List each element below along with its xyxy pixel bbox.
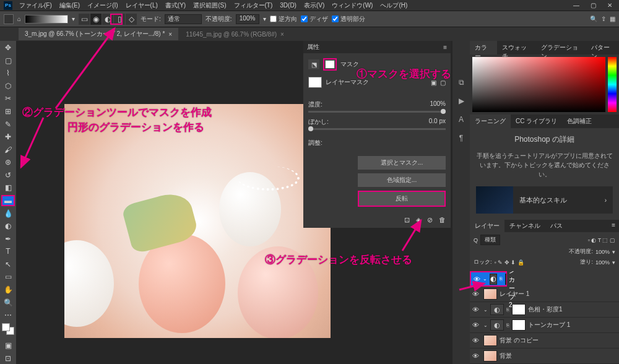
fill-value[interactable]: 100%: [595, 259, 610, 266]
pixelmask-icon[interactable]: ▣: [431, 79, 436, 86]
layer-name[interactable]: トーンカーブ 1: [528, 321, 570, 329]
tab-gradients[interactable]: グラデーション: [536, 41, 586, 54]
hue-slider[interactable]: [608, 57, 617, 112]
opacity-dropdown-icon[interactable]: ▾: [263, 15, 266, 22]
close-button[interactable]: ✕: [604, 1, 615, 10]
maximize-button[interactable]: ▢: [587, 1, 599, 10]
vectormask-icon[interactable]: ▢: [440, 79, 446, 86]
dither-checkbox[interactable]: [301, 15, 308, 22]
pen-tool[interactable]: ✒: [1, 233, 15, 245]
load-selection-icon[interactable]: ⊡: [404, 216, 410, 224]
tab-paths[interactable]: パス: [545, 220, 568, 232]
visibility-icon[interactable]: 👁: [472, 321, 481, 329]
document-canvas[interactable]: [64, 104, 331, 338]
feather-value[interactable]: 0.0 px: [429, 118, 446, 126]
stamp-tool[interactable]: ⊛: [1, 157, 15, 168]
diamond-gradient-icon[interactable]: ◇: [126, 14, 137, 25]
blur-tool[interactable]: 💧: [1, 207, 15, 219]
layer-name[interactable]: 色相・彩度1: [528, 305, 563, 314]
feather-slider[interactable]: [308, 128, 446, 130]
kind-select[interactable]: 種類: [480, 235, 500, 245]
document-tab-2[interactable]: 11645_m.jpg @ 66.7% (RGB/8#) ×: [180, 29, 290, 40]
close-tab-icon[interactable]: ×: [168, 31, 172, 38]
density-value[interactable]: 100%: [430, 100, 446, 109]
lock-icons[interactable]: ▫ ✎ ✥ ⬇ 🔒: [495, 259, 524, 266]
workspace-icon[interactable]: ▦: [610, 15, 615, 22]
select-mask-button[interactable]: 選択とマスク...: [358, 156, 446, 170]
layer-row[interactable]: 👁⌄◐⎘トーンカーブ 1: [470, 318, 619, 333]
colorrange-button[interactable]: 色域指定...: [358, 173, 446, 187]
invert-button[interactable]: 反転: [358, 191, 446, 207]
curves-icon[interactable]: ⬔: [308, 59, 319, 69]
gradient-preview[interactable]: [25, 15, 68, 24]
info-panel-icon[interactable]: A: [459, 115, 464, 124]
radial-gradient-icon[interactable]: ◉: [90, 14, 102, 25]
history-brush-tool[interactable]: ↺: [1, 169, 15, 181]
lasso-tool[interactable]: ⌇: [1, 67, 15, 79]
visibility-icon[interactable]: 👁: [472, 352, 481, 360]
color-swatches[interactable]: [2, 323, 14, 335]
actions-panel-icon[interactable]: ▶: [459, 97, 464, 105]
tab-adjustments[interactable]: 色調補正: [562, 115, 597, 128]
visibility-icon[interactable]: 👁: [474, 275, 480, 283]
frame-tool[interactable]: ⊞: [1, 106, 15, 118]
eyedropper-tool[interactable]: ✎: [1, 118, 15, 130]
transparent-checkbox[interactable]: [332, 15, 339, 22]
menu-layer[interactable]: レイヤー(L): [123, 0, 161, 11]
layermask-thumb[interactable]: [308, 77, 322, 88]
menu-edit[interactable]: 編集(E): [56, 0, 83, 11]
share-icon[interactable]: ⇪: [601, 15, 606, 22]
layer-name[interactable]: 背景: [500, 352, 512, 360]
healing-tool[interactable]: ✚: [1, 131, 15, 143]
tab-cclib[interactable]: CC ライブラリ: [511, 115, 562, 128]
move-tool[interactable]: ✥: [1, 42, 15, 54]
menu-image[interactable]: イメージ(I): [84, 0, 121, 11]
eraser-tool[interactable]: ◧: [1, 182, 15, 194]
tab-learning[interactable]: ラーニング: [470, 115, 511, 128]
brush-tool[interactable]: 🖌: [1, 144, 15, 155]
opacity-input[interactable]: 100%: [236, 14, 259, 24]
crop-tool[interactable]: ✂: [1, 93, 15, 105]
apply-mask-icon[interactable]: ◈: [416, 216, 421, 224]
mode-select[interactable]: 通常: [165, 14, 202, 24]
marquee-tool[interactable]: ▢: [1, 55, 15, 67]
layer-row[interactable]: 👁レイヤー 1: [470, 287, 619, 302]
reflected-gradient-icon[interactable]: ▯: [114, 14, 125, 25]
menu-file[interactable]: ファイル(F): [16, 0, 55, 11]
visibility-icon[interactable]: 👁: [472, 306, 481, 313]
layer-opacity-value[interactable]: 100%: [595, 249, 610, 255]
menu-view[interactable]: 表示(V): [301, 0, 327, 11]
shape-tool[interactable]: ▭: [1, 271, 15, 283]
gradient-tool[interactable]: ▬: [1, 195, 15, 207]
layer-row[interactable]: 👁背景: [470, 349, 619, 364]
tab-swatches[interactable]: スウォッチ: [497, 41, 536, 54]
delete-mask-icon[interactable]: 🗑: [439, 216, 446, 224]
visibility-icon[interactable]: 👁: [472, 337, 481, 344]
layer-row[interactable]: 👁⌄◐⎘トーンカーブ 2: [470, 271, 507, 287]
menu-help[interactable]: ヘルプ(H): [377, 0, 410, 11]
tab-patterns[interactable]: パターン: [586, 41, 619, 54]
disable-mask-icon[interactable]: ⊘: [427, 216, 433, 224]
fg-color-swatch[interactable]: [2, 323, 10, 331]
dodge-tool[interactable]: ◐: [1, 220, 15, 232]
tab-layers[interactable]: レイヤー: [470, 220, 504, 232]
panel-menu-icon[interactable]: ≡: [443, 44, 447, 51]
edit-toolbar[interactable]: ⋯: [1, 310, 15, 321]
menu-type[interactable]: 書式(Y): [162, 0, 189, 11]
menu-3d[interactable]: 3D(D): [277, 1, 300, 10]
opacity-dropdown-icon[interactable]: ▾: [612, 249, 615, 255]
path-select-tool[interactable]: ↖: [1, 259, 15, 271]
mask-select-button[interactable]: [323, 58, 337, 71]
tab-channels[interactable]: チャンネル: [504, 220, 545, 232]
panel-menu-icon[interactable]: ≡: [607, 220, 619, 232]
layer-row[interactable]: 👁⌄◐⎘色相・彩度1: [470, 302, 619, 318]
learn-card[interactable]: 基本的なスキル ›: [476, 186, 613, 214]
home-icon[interactable]: ⌂: [17, 15, 21, 22]
quick-select-tool[interactable]: ⬡: [1, 80, 15, 92]
quickmask-tool[interactable]: ▣: [1, 340, 15, 352]
visibility-icon[interactable]: 👁: [472, 290, 481, 298]
angle-gradient-icon[interactable]: ◐: [102, 14, 113, 25]
type-tool[interactable]: T: [1, 246, 15, 258]
layer-row[interactable]: 👁背景 のコピー: [470, 333, 619, 349]
layer-name[interactable]: 背景 のコピー: [500, 336, 539, 345]
